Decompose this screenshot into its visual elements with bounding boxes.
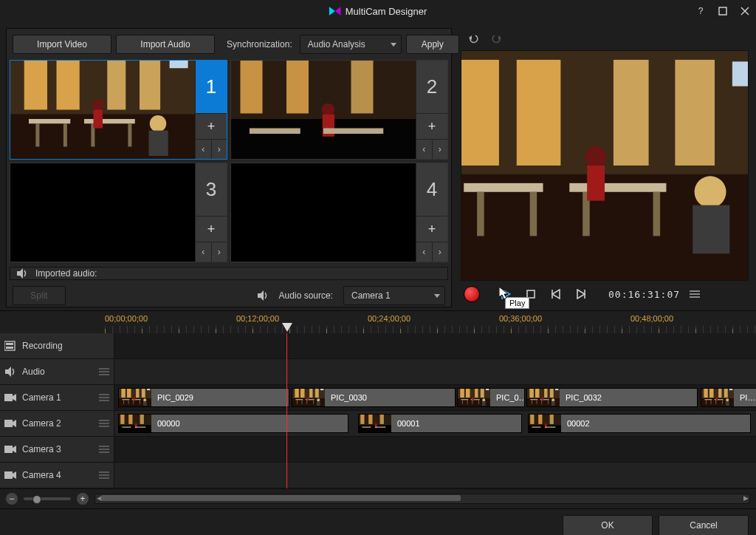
camera-2-prev-button[interactable]: ‹ — [416, 140, 433, 159]
audio-source-value: Camera 1 — [351, 290, 391, 301]
clip-thumbnail — [701, 389, 734, 406]
scrollbar-thumb[interactable] — [101, 495, 461, 501]
audio-source-select[interactable]: Camera 1 — [343, 286, 445, 305]
camera-2-number[interactable]: 2 — [416, 61, 447, 114]
camera-cell-4[interactable]: 4 + ‹ › — [230, 163, 448, 262]
camera-4-next-button[interactable]: › — [433, 242, 448, 262]
track-body-camera-4[interactable] — [114, 463, 756, 488]
sync-mode-select[interactable]: Audio Analysis — [300, 35, 402, 54]
clip-thumbnail — [119, 389, 151, 406]
camera-cell-3[interactable]: 3 + ‹ › — [10, 163, 227, 262]
svg-marker-37 — [335, 7, 341, 16]
list-icon — [99, 419, 109, 428]
ruler-tick: 00;24;00;00 — [368, 314, 410, 323]
camera-3-next-button[interactable]: › — [212, 242, 227, 262]
track-body-camera-1[interactable]: PIC_0029PIC_0030PIC_0…PIC_0032PI… — [114, 385, 756, 410]
speaker-icon — [257, 290, 269, 301]
clip[interactable]: 00002 — [528, 414, 751, 433]
track-head-recording[interactable]: Recording — [0, 333, 114, 358]
clip-thumbnail — [359, 415, 391, 432]
timeline-scrollbar[interactable]: ◀ ▶ — [94, 494, 750, 504]
camera-1-number[interactable]: 1 — [196, 61, 227, 114]
import-audio-button[interactable]: Import Audio — [116, 35, 215, 54]
clip-thumbnail — [458, 389, 490, 406]
redo-button[interactable] — [487, 30, 506, 47]
list-icon — [99, 393, 109, 402]
camera-2-next-button[interactable]: › — [433, 140, 448, 159]
camera-4-prev-button[interactable]: ‹ — [416, 242, 433, 262]
track-label: Recording — [22, 341, 63, 351]
clip-label: PIC_0030 — [325, 393, 367, 402]
clip[interactable]: PIC_0032 — [526, 388, 698, 407]
camera-2-add-button[interactable]: + — [416, 114, 447, 140]
camera-1-add-button[interactable]: + — [196, 114, 227, 140]
scroll-right-button[interactable]: ▶ — [741, 494, 750, 502]
ruler-tick: 00;48;00;00 — [630, 314, 673, 323]
clip-label: PI… — [734, 393, 755, 402]
timecode-options-button[interactable] — [686, 285, 705, 303]
maximize-button[interactable] — [716, 4, 729, 18]
camera-1-prev-button[interactable]: ‹ — [196, 140, 212, 159]
app-logo-icon — [329, 5, 341, 17]
camera-4-add-button[interactable]: + — [416, 217, 447, 242]
camera-3-prev-button[interactable]: ‹ — [196, 242, 212, 262]
split-button[interactable]: Split — [13, 286, 66, 305]
track-label: Camera 4 — [22, 470, 61, 480]
cancel-button[interactable]: Cancel — [659, 515, 749, 535]
track-body-audio[interactable] — [114, 359, 756, 384]
camera-3-number[interactable]: 3 — [196, 163, 227, 217]
ok-button[interactable]: OK — [563, 515, 653, 535]
clip[interactable]: 00001 — [358, 414, 522, 433]
track-label: Camera 1 — [22, 392, 61, 403]
clip[interactable]: PIC_0030 — [292, 388, 456, 407]
camera-1-next-button[interactable]: › — [212, 140, 227, 159]
clip[interactable]: PIC_0029 — [118, 388, 289, 407]
timeline-ruler[interactable]: 00;00;00;00 00;12;00;00 00;24;00;00 00;3… — [105, 311, 756, 333]
chevron-down-icon — [434, 294, 440, 298]
help-button[interactable]: ? — [694, 4, 707, 18]
track-head-camera-1[interactable]: Camera 1 — [0, 385, 114, 410]
track-head-audio[interactable]: Audio — [0, 359, 114, 384]
camera-cell-1[interactable]: 1 + ‹ › — [10, 60, 227, 160]
zoom-in-button[interactable]: + — [77, 493, 89, 505]
camera-icon — [4, 418, 16, 429]
list-icon — [99, 445, 109, 454]
track-head-camera-3[interactable]: Camera 3 — [0, 437, 114, 462]
track-body-camera-3[interactable] — [114, 437, 756, 462]
camera-cell-2[interactable]: 2 + ‹ › — [230, 60, 448, 160]
clip-label: PIC_0032 — [560, 393, 602, 402]
playhead[interactable] — [286, 333, 287, 488]
app-window: MultiCam Designer ? Import Video Import … — [0, 0, 756, 535]
track-head-camera-4[interactable]: Camera 4 — [0, 463, 114, 488]
close-button[interactable] — [738, 4, 752, 18]
ruler-tick: 00;00;00;00 — [105, 314, 148, 323]
zoom-slider[interactable] — [24, 497, 71, 500]
svg-marker-45 — [552, 290, 560, 299]
import-video-button[interactable]: Import Video — [13, 35, 111, 54]
zoom-out-button[interactable]: − — [6, 493, 18, 505]
track-body-camera-2[interactable]: 000000000100002 — [114, 411, 756, 436]
track-body-recording[interactable] — [114, 333, 756, 358]
camera-3-add-button[interactable]: + — [196, 217, 227, 242]
undo-button[interactable] — [464, 30, 483, 47]
speaker-icon — [16, 268, 28, 279]
clip-thumbnail — [292, 389, 325, 406]
clip-label: 00000 — [151, 419, 180, 428]
list-icon — [99, 367, 109, 376]
clip[interactable]: PI… — [701, 388, 756, 407]
camera-4-number[interactable]: 4 — [416, 163, 447, 217]
prev-frame-button[interactable] — [546, 285, 566, 303]
record-button[interactable] — [464, 286, 480, 302]
track-head-camera-2[interactable]: Camera 2 — [0, 411, 114, 436]
clip[interactable]: 00000 — [118, 414, 348, 433]
svg-rect-38 — [719, 7, 726, 15]
preview-viewport[interactable] — [461, 50, 749, 281]
track-label: Camera 2 — [22, 418, 61, 429]
audio-source-label: Audio source: — [276, 290, 336, 301]
apply-button[interactable]: Apply — [406, 35, 459, 54]
preview-panel: 00:16:31:07 Play — [459, 28, 750, 307]
camera-icon — [4, 392, 16, 403]
clip[interactable]: PIC_0… — [457, 388, 525, 407]
clip-label: 00002 — [561, 419, 590, 428]
next-frame-button[interactable] — [571, 285, 591, 303]
